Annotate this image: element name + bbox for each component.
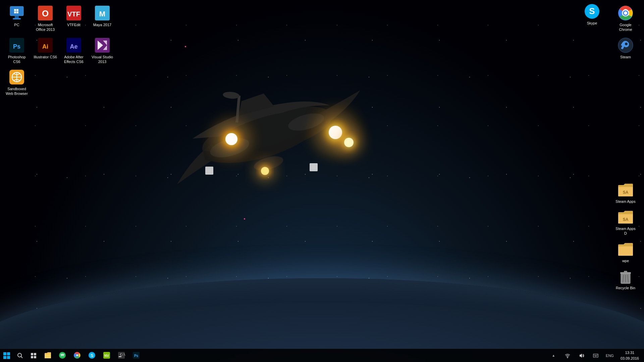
svg-text:S: S <box>589 6 595 16</box>
desktop-icon-recycle-bin-label: Recycle Bin <box>616 286 635 290</box>
svg-text:SA: SA <box>623 190 629 195</box>
svg-rect-96 <box>595 356 597 356</box>
desktop-icon-skype-label: Skype <box>587 21 597 25</box>
taskbar-volume-icon[interactable] <box>575 349 588 362</box>
svg-rect-93 <box>595 355 596 355</box>
clock-date: 03.09.2016 <box>621 356 639 361</box>
taskbar-task-view-button[interactable] <box>27 349 40 362</box>
taskbar-network-icon[interactable] <box>561 349 574 362</box>
taskbar-file-explorer[interactable] <box>40 349 55 362</box>
desktop-icon-office[interactable]: O Microsoft Office 2013 <box>32 3 59 34</box>
desktop-icon-vs[interactable]: Visual Studio 2013 <box>89 36 116 66</box>
desktop-icon-steam-apps[interactable]: SA Steam Apps <box>612 180 639 205</box>
desktop-icons-right: Google Chrome Steam SA Steam Apps <box>607 0 644 295</box>
dot-1 <box>185 46 186 47</box>
svg-text:M: M <box>99 10 105 18</box>
desktop-icon-aftereffects[interactable]: Ae Adobe After Effects CS6 <box>60 36 87 66</box>
taskbar-search-button[interactable] <box>13 349 27 362</box>
svg-line-70 <box>21 356 23 358</box>
svg-point-69 <box>18 353 21 357</box>
language-indicator: ENG <box>606 354 614 358</box>
spaceship-wallpaper <box>127 44 396 231</box>
svg-point-5 <box>223 91 240 99</box>
desktop-icon-steam-apps-d[interactable]: SA Steam Apps D <box>612 207 639 238</box>
svg-text:Ai: Ai <box>42 43 48 50</box>
system-tray-info: ENG <box>603 354 616 358</box>
svg-rect-71 <box>31 353 33 355</box>
svg-text:O: O <box>42 8 49 18</box>
taskbar: S NV C:\ Ps ▲ <box>0 349 644 362</box>
svg-rect-91 <box>593 354 598 357</box>
desktop-icon-sandboxed[interactable]: Sandboxed Web Browser <box>3 67 30 98</box>
desktop-icon-chrome-label: Google Chrome <box>614 22 637 32</box>
desktop-icon-vs-label: Visual Studio 2013 <box>91 55 114 64</box>
svg-text:NV: NV <box>104 354 109 358</box>
svg-rect-26 <box>14 11 16 13</box>
svg-rect-67 <box>3 356 6 359</box>
desktop-icon-vtfedit-label: VTFEdit <box>67 22 80 27</box>
svg-rect-94 <box>596 355 597 355</box>
desktop-icon-skype[interactable]: S Skype <box>579 2 605 27</box>
svg-rect-24 <box>14 9 16 11</box>
svg-rect-22 <box>15 16 19 18</box>
svg-point-50 <box>624 11 627 15</box>
taskbar-clock[interactable]: 13:31 03.09.2016 <box>617 349 642 362</box>
desktop-icon-wpe[interactable]: wpe <box>612 239 639 265</box>
desktop-icon-sandboxed-label: Sandboxed Web Browser <box>5 86 29 96</box>
svg-rect-65 <box>3 352 6 355</box>
svg-text:S: S <box>91 353 94 358</box>
svg-rect-86 <box>119 356 121 357</box>
desktop-icon-photoshop-label: Photoshop CS6 <box>5 55 29 64</box>
taskbar-photoshop[interactable]: Ps <box>129 349 144 362</box>
taskbar-keyboard-icon[interactable] <box>589 349 602 362</box>
svg-rect-68 <box>7 356 10 359</box>
desktop-icon-steam-apps-label: Steam Apps <box>615 199 635 204</box>
svg-point-8 <box>225 133 237 145</box>
svg-text:SA: SA <box>623 217 629 222</box>
taskbar-start-button[interactable] <box>0 349 13 362</box>
clock-time: 13:31 <box>625 350 635 356</box>
desktop-icon-chrome-right[interactable]: Google Chrome <box>612 3 639 34</box>
desktop-icon-vtfedit[interactable]: VTF VTFEdit <box>60 3 87 34</box>
svg-text:VTF: VTF <box>67 10 80 18</box>
desktop-icon-pc-label: PC <box>14 22 19 27</box>
taskbar-skype[interactable]: S <box>85 349 99 362</box>
desktop-icon-maya-label: Maya 2017 <box>93 22 111 27</box>
svg-point-17 <box>261 167 269 175</box>
desktop-icons-top-left: PC O Microsoft Office 2013 VTF VTFEdit M <box>0 0 141 101</box>
desktop-icon-aftereffects-label: Adobe After Effects CS6 <box>62 55 86 64</box>
taskbar-chrome[interactable] <box>70 349 85 362</box>
svg-point-14 <box>344 138 354 147</box>
svg-rect-95 <box>597 355 598 355</box>
svg-rect-66 <box>7 352 10 355</box>
desktop-icon-photoshop[interactable]: Ps Photoshop CS6 <box>3 36 30 66</box>
taskbar-cmd[interactable]: C:\ <box>114 349 129 362</box>
desktop-icon-pc[interactable]: PC <box>3 3 30 34</box>
svg-rect-73 <box>31 356 33 358</box>
svg-rect-25 <box>16 9 18 11</box>
svg-rect-19 <box>310 163 318 171</box>
svg-rect-72 <box>34 353 36 355</box>
desktop-icon-maya[interactable]: M Maya 2017 <box>89 3 116 34</box>
taskbar-show-hidden[interactable]: ▲ <box>547 349 560 362</box>
desktop-icon-steam-label: Steam <box>620 55 631 59</box>
taskbar-spotify[interactable] <box>55 349 70 362</box>
svg-point-76 <box>59 352 66 359</box>
svg-text:Ps: Ps <box>134 354 139 358</box>
svg-rect-18 <box>205 167 213 175</box>
svg-rect-74 <box>34 356 36 358</box>
svg-point-53 <box>625 43 628 45</box>
desktop-icon-office-label: Microsoft Office 2013 <box>34 22 57 32</box>
desktop-icon-steam[interactable]: Steam <box>612 36 639 61</box>
desktop-icon-illustrator[interactable]: Ai Illustrator CS6 <box>32 36 59 66</box>
desktop-icon-wpe-label: wpe <box>622 258 629 263</box>
svg-rect-92 <box>594 355 595 355</box>
desktop-icon-illustrator-label: Illustrator CS6 <box>34 55 57 59</box>
svg-text:C:\: C:\ <box>120 353 125 356</box>
svg-text:Ps: Ps <box>13 43 20 50</box>
svg-marker-90 <box>580 354 582 358</box>
taskbar-nvidia[interactable]: NV <box>99 349 114 362</box>
desktop-icon-recycle-bin[interactable]: Recycle Bin <box>612 266 639 292</box>
dot-2 <box>244 218 245 220</box>
desktop-icon-steam-apps-d-label: Steam Apps D <box>614 226 637 236</box>
